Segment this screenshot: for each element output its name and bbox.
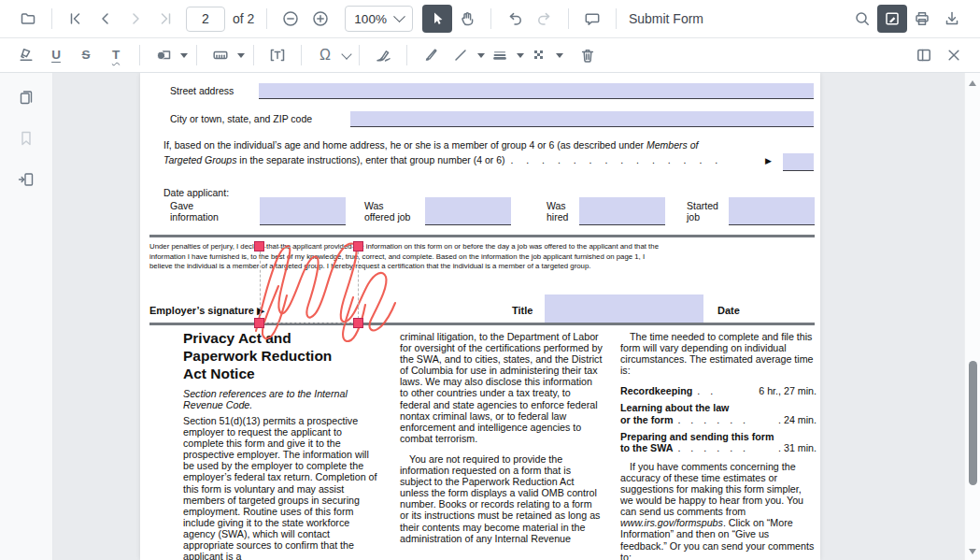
measurement-tool-button[interactable] (206, 41, 235, 69)
group-number-field[interactable] (783, 153, 814, 171)
squiggly-tool-button[interactable]: T (101, 41, 131, 69)
time-estimate-value: 6 hr., 27 min. (759, 385, 817, 396)
next-page-button[interactable] (121, 5, 150, 33)
first-page-button[interactable] (61, 5, 91, 33)
zoom-out-button[interactable] (276, 5, 305, 33)
document-area[interactable]: Street address City or town, state, and … (54, 73, 980, 560)
title-label: Title (512, 305, 533, 316)
zoom-in-button[interactable] (305, 5, 335, 33)
previous-page-button[interactable] (91, 5, 121, 33)
scroll-up-arrow[interactable] (969, 80, 976, 86)
edit-annotation-icon (883, 9, 902, 28)
privacy-column2-paragraph1: criminal litigation, to the Department o… (400, 331, 603, 444)
thickness-group (485, 41, 524, 69)
comments-button[interactable] (577, 5, 607, 33)
dot-leader: . . . . . . (673, 442, 778, 453)
submit-form-button[interactable]: Submit Form (629, 11, 703, 26)
underline-tool-button[interactable]: U (41, 41, 71, 69)
close-icon (944, 46, 963, 65)
time-estimate-value: . 24 min. (778, 414, 817, 425)
freehand-tool-button[interactable] (416, 41, 446, 69)
scrollbar-thumb[interactable] (969, 361, 977, 485)
annotation-selection-box[interactable] (260, 247, 359, 323)
selection-handle-top-left[interactable] (254, 241, 264, 251)
redo-button[interactable] (530, 5, 560, 33)
stamp-dropdown-chevron[interactable] (341, 49, 351, 59)
underline-icon: U (51, 49, 61, 62)
shape-tool-button[interactable] (149, 41, 178, 69)
date-was-offered-job-field[interactable] (425, 197, 511, 225)
select-tool-button[interactable] (422, 5, 452, 33)
stamp-tool-group: Ω (310, 41, 350, 69)
paintbrush-icon (421, 46, 440, 65)
cursor-arrow-icon (428, 9, 447, 28)
close-toolbar-button[interactable] (939, 41, 969, 69)
line-tool-button[interactable] (446, 41, 476, 69)
vertical-scrollbar[interactable] (964, 73, 980, 560)
street-address-field[interactable] (259, 83, 814, 99)
annotation-toolbar: U S T (0, 38, 980, 73)
page-number-input[interactable] (186, 7, 225, 32)
opacity-pattern-group (524, 41, 563, 69)
delete-annotation-button[interactable] (573, 41, 603, 69)
strikethrough-tool-button[interactable]: S (71, 41, 101, 69)
thumbnails-panel-button[interactable] (10, 82, 42, 112)
minus-circle-icon (281, 9, 300, 28)
signature-panel-button[interactable] (10, 165, 42, 194)
pan-tool-button[interactable] (452, 5, 482, 33)
zoom-level-select[interactable]: 100% (345, 6, 413, 32)
street-address-label: Street address (170, 85, 234, 96)
selection-handle-top-right[interactable] (353, 241, 363, 251)
signature-tool-button[interactable] (368, 41, 398, 69)
privacy-column3: The time needed to complete and file thi… (620, 331, 817, 560)
main-toolbar: of 2 100% (0, 0, 980, 38)
opacity-pattern-button[interactable] (524, 41, 554, 69)
free-text-tool-button[interactable] (263, 41, 292, 69)
time-estimate-row: Preparing and sending this form to the S… (620, 431, 817, 453)
date-was-hired-field[interactable] (579, 197, 665, 225)
stamp-tool-button[interactable]: Ω (310, 41, 340, 69)
selection-handle-bottom-right[interactable] (353, 318, 363, 328)
line-dropdown-arrow[interactable] (477, 53, 485, 58)
was-offered-job-label: Was offered job (364, 200, 410, 223)
thickness-dropdown-arrow[interactable] (517, 53, 524, 58)
shape-dropdown-arrow[interactable] (180, 53, 188, 58)
download-icon (943, 9, 961, 28)
time-estimate-label: Recordkeeping (620, 385, 692, 396)
divider (139, 45, 140, 65)
highlight-tool-button[interactable] (11, 41, 41, 69)
compare-panels-button[interactable] (909, 41, 939, 69)
page-count-label: of 2 (233, 11, 254, 26)
print-button[interactable] (907, 5, 937, 33)
bookmarks-panel-button[interactable] (10, 123, 42, 153)
time-estimate-bold-line: Learning about the law (620, 402, 817, 413)
opacity-dropdown-arrow[interactable] (556, 53, 563, 58)
divider (51, 8, 52, 29)
divider (196, 45, 197, 65)
date-applicant-label: Date applicant: (163, 187, 229, 198)
first-page-icon (66, 9, 85, 28)
selection-handle-bottom-left[interactable] (254, 318, 264, 328)
privacy-column1-paragraph: Section 51(d)(13) permits a prospective … (183, 415, 381, 560)
download-button[interactable] (937, 5, 967, 33)
annotate-edit-toggle-button[interactable] (877, 5, 907, 33)
city-state-zip-field[interactable] (350, 111, 814, 127)
undo-button[interactable] (500, 5, 530, 33)
pdf-page: Street address City or town, state, and … (140, 73, 820, 560)
open-file-button[interactable] (13, 5, 43, 33)
date-gave-information-field[interactable] (260, 197, 346, 225)
measurement-dropdown-arrow[interactable] (237, 53, 245, 58)
thickness-button[interactable] (485, 41, 515, 69)
scroll-down-arrow[interactable] (969, 549, 976, 554)
title-field[interactable] (545, 294, 703, 323)
time-estimate-row: Learning about the law or the form. . . … (620, 402, 817, 424)
chevron-left-icon (96, 9, 115, 28)
search-button[interactable] (847, 5, 877, 33)
last-page-button[interactable] (150, 5, 180, 33)
squiggly-underline-icon: T (112, 49, 120, 62)
date-started-job-field[interactable] (729, 197, 815, 225)
chevron-down-icon (393, 10, 405, 22)
group-text-1: If, based on the individual’s age and ho… (163, 139, 646, 151)
divider (253, 45, 254, 65)
comment-bubble-icon (583, 9, 602, 28)
